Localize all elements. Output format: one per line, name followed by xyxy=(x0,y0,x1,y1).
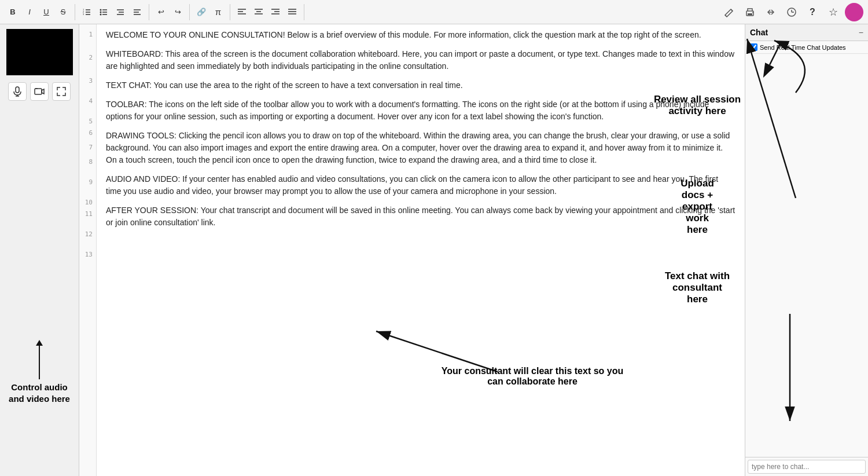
doc-para-2: WHITEBOARD: This area of the screen is t… xyxy=(106,48,735,72)
align-center-button[interactable] xyxy=(251,4,267,20)
unordered-list-button[interactable] xyxy=(95,4,112,20)
doc-text-2: WHITEBOARD: This area of the screen is t… xyxy=(106,49,734,71)
line-3: 3 xyxy=(79,75,96,87)
doc-para-3: TEXT CHAT: You can use the area to the r… xyxy=(106,79,735,91)
toolbar: B I U S 123 ↩ ↪ 🔗 π xyxy=(0,0,868,24)
line-13: 13 xyxy=(79,249,96,261)
camera-button[interactable] xyxy=(30,82,49,101)
line-2: 2 xyxy=(79,41,96,75)
list-group: 123 xyxy=(79,4,149,20)
doc-para-4: TOOLBAR: The icons on the left side of t… xyxy=(106,98,735,123)
svg-point-34 xyxy=(752,12,753,13)
svg-line-30 xyxy=(731,9,733,11)
svg-line-31 xyxy=(725,15,726,16)
chat-options: Send Real Time Chat Updates xyxy=(745,41,868,54)
audio-video-annotation-text: Control audio and video here xyxy=(0,379,79,407)
strikethrough-button[interactable]: S xyxy=(55,4,71,20)
doc-para-5: DRAWING TOOLS: Clicking the pencil icon … xyxy=(106,130,735,166)
expand-button[interactable] xyxy=(52,82,71,101)
video-preview xyxy=(6,29,73,75)
doc-text-6: AUDIO AND VIDEO: If your center has enab… xyxy=(106,174,718,196)
line-6: 6 xyxy=(79,127,96,139)
chat-input-area xyxy=(745,457,868,476)
print-button[interactable] xyxy=(741,3,759,21)
line-8: 8 xyxy=(79,156,96,168)
doc-para-7: AFTER YOUR SESSION: Your chat transcript… xyxy=(106,204,735,229)
chat-input[interactable] xyxy=(748,460,866,474)
redo-button[interactable]: ↪ xyxy=(170,4,186,20)
left-sidebar: Control audio and video here xyxy=(0,24,79,476)
star-button[interactable]: ☆ xyxy=(824,3,843,21)
main-area: Control audio and video here 1 2 3 4 5 6… xyxy=(0,24,868,476)
svg-marker-43 xyxy=(42,89,44,94)
bold-button[interactable]: B xyxy=(5,4,21,20)
toolbar-right-group: ? ☆ xyxy=(720,3,863,21)
clock-button[interactable] xyxy=(782,3,801,21)
line-5: 5 xyxy=(79,116,96,127)
svg-rect-42 xyxy=(35,89,42,94)
svg-rect-39 xyxy=(16,87,19,93)
audio-video-arrow xyxy=(39,345,40,379)
help-button[interactable]: ? xyxy=(803,3,822,21)
av-controls xyxy=(8,82,71,101)
line-4: 4 xyxy=(79,87,96,116)
document-area[interactable]: 1 2 3 4 5 6 7 8 9 10 11 12 13 WELCOME TO… xyxy=(79,24,745,476)
align-left-button[interactable] xyxy=(234,4,250,20)
line-10: 10 xyxy=(79,197,96,208)
doc-text-3: TEXT CHAT: You can use the area to the r… xyxy=(106,80,463,90)
user-avatar[interactable] xyxy=(845,3,863,21)
history-group: ↩ ↪ xyxy=(153,4,190,20)
insert-group: 🔗 π xyxy=(193,4,230,20)
line-1: 1 xyxy=(79,29,96,41)
justify-button[interactable] xyxy=(284,4,300,20)
text-format-group: B I U S xyxy=(5,4,75,20)
line-12: 12 xyxy=(79,220,96,249)
doc-content[interactable]: WELCOME TO YOUR ONLINE CONSULTATION! Bel… xyxy=(97,24,745,476)
line-9: 9 xyxy=(79,168,96,197)
svg-point-10 xyxy=(100,11,102,13)
doc-para-1: WELCOME TO YOUR ONLINE CONSULTATION! Bel… xyxy=(106,29,735,41)
svg-point-11 xyxy=(100,13,102,15)
ordered-list-button[interactable]: 123 xyxy=(79,4,95,20)
doc-text-5: DRAWING TOOLS: Clicking the pencil icon … xyxy=(106,131,730,164)
indent-button[interactable] xyxy=(112,4,128,20)
chat-messages xyxy=(745,54,868,457)
import-export-button[interactable] xyxy=(762,3,780,21)
undo-button[interactable]: ↩ xyxy=(153,4,169,20)
math-button[interactable]: π xyxy=(210,4,226,20)
align-group xyxy=(234,4,304,20)
underline-button[interactable]: U xyxy=(38,4,54,20)
chat-header: Chat − xyxy=(745,24,868,41)
pencil-button[interactable] xyxy=(720,3,738,21)
line-numbers: 1 2 3 4 5 6 7 8 9 10 11 12 13 xyxy=(79,24,97,476)
line-11: 11 xyxy=(79,208,96,220)
outdent-button[interactable] xyxy=(129,4,145,20)
line-7: 7 xyxy=(79,139,96,156)
svg-text:3: 3 xyxy=(83,13,84,16)
chat-close-button[interactable]: − xyxy=(859,28,863,37)
audio-video-annotation-area: Control audio and video here xyxy=(0,345,79,407)
doc-text-7: AFTER YOUR SESSION: Your chat transcript… xyxy=(106,206,735,227)
doc-text-1: WELCOME TO YOUR ONLINE CONSULTATION! Bel… xyxy=(106,30,701,39)
doc-text-4: TOOLBAR: The icons on the left side of t… xyxy=(106,100,709,121)
doc-para-6: AUDIO AND VIDEO: If your center has enab… xyxy=(106,173,735,197)
realtime-chat-label: Send Real Time Chat Updates xyxy=(760,44,846,51)
realtime-chat-checkbox[interactable] xyxy=(750,43,757,51)
link-button[interactable]: 🔗 xyxy=(193,4,209,20)
italic-button[interactable]: I xyxy=(21,4,38,20)
svg-rect-33 xyxy=(748,13,752,15)
microphone-button[interactable] xyxy=(8,82,27,101)
chat-sidebar: Chat − Send Real Time Chat Updates xyxy=(745,24,868,476)
svg-point-9 xyxy=(100,9,102,10)
chat-title: Chat xyxy=(750,28,768,37)
align-right-button[interactable] xyxy=(267,4,284,20)
